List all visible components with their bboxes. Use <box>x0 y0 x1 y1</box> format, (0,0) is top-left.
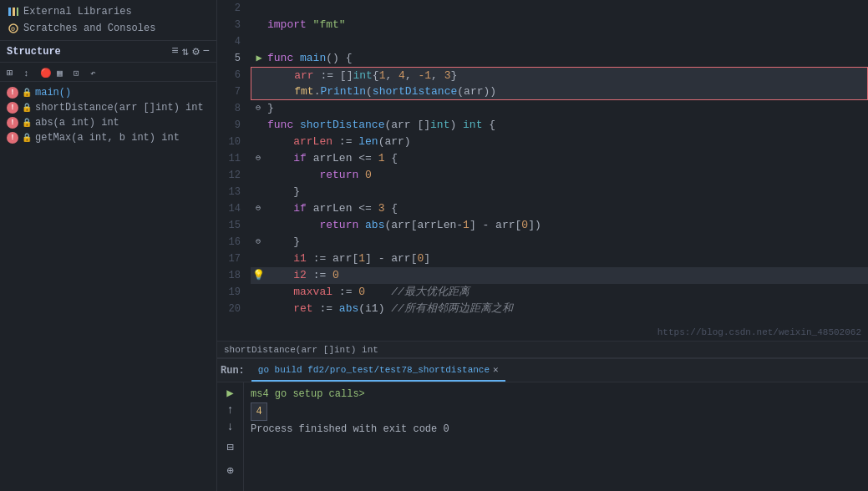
structure-title: Structure <box>7 46 61 58</box>
ext-libraries-section: External Libraries ⚙ Scratches and Conso… <box>0 0 216 40</box>
code-line-4 <box>251 33 868 50</box>
output-line-4: Process finished with exit code 0 <box>251 421 861 438</box>
error-badge-gm: ! <box>7 132 18 144</box>
ext-libraries-item[interactable]: External Libraries <box>0 3 216 20</box>
code-line-14: ⊖ if arrLen <= 3 { <box>251 200 868 217</box>
ext-libraries-label: External Libraries <box>23 6 132 18</box>
run-up-btn[interactable]: ↑ <box>221 403 241 417</box>
struct-btn-1[interactable]: ⊞ <box>5 64 20 79</box>
fold-16[interactable]: ⊖ <box>256 234 261 251</box>
struct-btn-4[interactable]: ▦ <box>55 64 70 79</box>
run-tab-label: go build fd2/pro_test/test78_shortdistan… <box>258 365 490 375</box>
status-bar: shortDistance(arr []int) int <box>217 341 868 357</box>
svg-rect-0 <box>8 8 11 16</box>
ln-3: 3 <box>217 17 247 33</box>
ln-11: 11 <box>217 150 247 167</box>
warning-icon-18: 💡 <box>252 267 265 284</box>
run-content: ▶ ↑ ↓ ⊟ ⊕ ⊖ ms4 go setup calls> 4 <box>217 382 868 491</box>
func-name-gm: getMax(a int, b int) int <box>35 132 180 144</box>
svg-text:⊞: ⊞ <box>7 68 13 78</box>
close-icon[interactable]: − <box>203 44 210 58</box>
run-tab[interactable]: go build fd2/pro_test/test78_shortdistan… <box>251 359 505 382</box>
run-output: ms4 go setup calls> 4 Process finished w… <box>244 382 868 491</box>
code-line-13: } <box>251 184 868 200</box>
ln-20: 20 <box>217 301 247 317</box>
line-prefix-14: ⊖ <box>251 200 267 217</box>
struct-btn-3[interactable]: 🔴 <box>38 64 53 79</box>
struct-func-shortdistance[interactable]: ! 🔒 shortDistance(arr []int) int <box>0 100 216 115</box>
ln-17: 17 <box>217 251 247 267</box>
editor-area: 2 3 4 5 6 7 8 9 10 11 12 13 14 15 16 17 … <box>217 0 868 491</box>
svg-text:⚙: ⚙ <box>11 25 15 33</box>
ln-5: 5 <box>217 50 247 67</box>
run-tab-close[interactable]: ✕ <box>493 364 499 375</box>
struct-func-abs[interactable]: ! 🔒 abs(a int) int <box>0 115 216 130</box>
scratches-icon: ⚙ <box>7 22 20 35</box>
code-line-18: 💡 i2 := 0 <box>251 267 868 284</box>
error-badge-sd: ! <box>7 102 18 114</box>
line-prefix-18: 💡 <box>251 267 267 284</box>
fold-14[interactable]: ⊖ <box>256 200 261 217</box>
func-name-sd: shortDistance(arr []int) int <box>35 102 204 114</box>
run-scroll-down[interactable]: ⊖ <box>221 483 241 491</box>
code-line-12: return 0 <box>251 167 868 184</box>
struct-btn-2[interactable]: ↕ <box>22 64 37 79</box>
svg-text:🔴: 🔴 <box>40 67 52 78</box>
ln-4: 4 <box>217 33 247 50</box>
structure-panel: Structure ≡ ⇅ ⚙ − ⊞ ↕ 🔴 <box>0 40 216 491</box>
svg-text:↕: ↕ <box>23 68 29 78</box>
svg-text:▦: ▦ <box>57 68 63 78</box>
svg-text:↶: ↶ <box>90 68 96 78</box>
run-scroll-up[interactable]: ⊕ <box>221 460 241 480</box>
error-badge-abs: ! <box>7 117 18 129</box>
line-prefix-8: ⊖ <box>251 100 267 117</box>
fold-8[interactable]: ⊖ <box>256 100 261 117</box>
code-line-2 <box>251 0 868 17</box>
ln-15: 15 <box>217 217 247 234</box>
code-line-11: ⊖ if arrLen <= 1 { <box>251 150 868 167</box>
ln-13: 13 <box>217 184 247 200</box>
run-wrap-btn[interactable]: ⊟ <box>221 437 241 457</box>
code-line-5: ▶ func main() { <box>251 50 868 67</box>
struct-func-main[interactable]: ! 🔒 main() <box>0 85 216 100</box>
fold-11[interactable]: ⊖ <box>256 150 261 167</box>
code-line-20: ret := abs(i1) //所有相邻两边距离之和 <box>251 301 868 317</box>
ln-6: 6 <box>217 67 247 84</box>
lock-icon-abs: 🔒 <box>22 118 32 128</box>
line-prefix-11: ⊖ <box>251 150 267 167</box>
code-line-3: import "fmt" <box>251 17 868 33</box>
scratches-item[interactable]: ⚙ Scratches and Consoles <box>0 20 216 37</box>
sidebar: External Libraries ⚙ Scratches and Conso… <box>0 0 217 491</box>
struct-btn-6[interactable]: ↶ <box>89 64 104 79</box>
ln-10: 10 <box>217 134 247 150</box>
ln-12: 12 <box>217 167 247 184</box>
ln-18: 18 <box>217 267 247 284</box>
settings-icon[interactable]: ⚙ <box>192 44 199 58</box>
output-number: 4 <box>251 402 267 421</box>
scratches-label: Scratches and Consoles <box>23 23 155 34</box>
struct-func-getmax[interactable]: ! 🔒 getMax(a int, b int) int <box>0 130 216 145</box>
code-line-15: return abs(arr[arrLen-1] - arr[0]) <box>251 217 868 234</box>
sort-icon[interactable]: ⇅ <box>182 44 189 58</box>
structure-icons-row: ⊞ ↕ 🔴 ▦ ⊡ ↶ <box>0 63 216 82</box>
ln-7: 7 <box>217 84 247 100</box>
line-prefix-5: ▶ <box>251 50 267 67</box>
ln-19: 19 <box>217 284 247 301</box>
code-line-7: fmt.Println(shortDistance(arr)) <box>251 84 868 100</box>
align-icon[interactable]: ≡ <box>171 44 178 58</box>
struct-func-list: ! 🔒 main() ! 🔒 shortDistance(arr []int) … <box>0 82 216 491</box>
run-down-btn[interactable]: ↓ <box>221 420 241 433</box>
code-line-9: func shortDistance(arr []int) int { <box>251 117 868 134</box>
line-numbers: 2 3 4 5 6 7 8 9 10 11 12 13 14 15 16 17 … <box>217 0 247 341</box>
line-prefix-16: ⊖ <box>251 234 267 251</box>
output-result: Process finished with exit code 0 <box>251 421 449 438</box>
code-editor[interactable]: import "fmt" ▶ func main() { <box>247 0 868 341</box>
ln-8: 8 <box>217 100 247 117</box>
library-icon <box>7 5 20 18</box>
run-play-btn[interactable]: ▶ <box>221 386 241 400</box>
struct-btn-5[interactable]: ⊡ <box>72 64 87 79</box>
svg-text:⊡: ⊡ <box>74 68 79 78</box>
ln-16: 16 <box>217 234 247 251</box>
svg-rect-1 <box>13 8 15 16</box>
structure-toolbar: ≡ ⇅ ⚙ − <box>171 44 210 58</box>
